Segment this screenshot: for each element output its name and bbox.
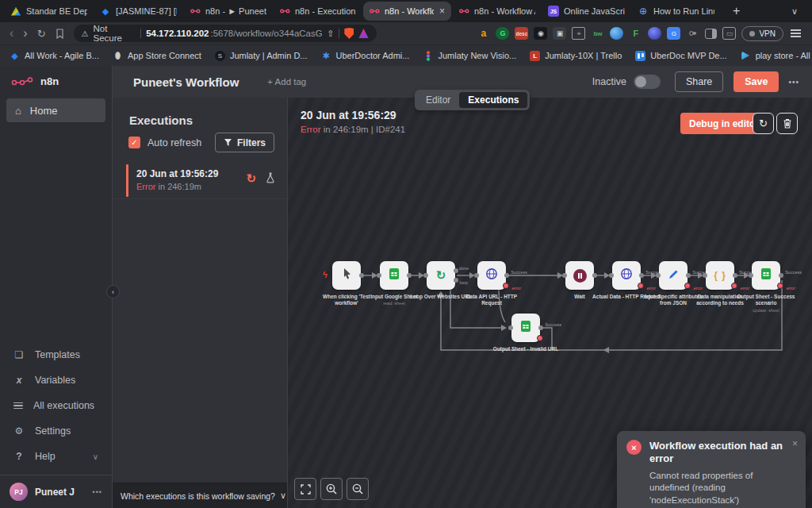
n8n-sidebar: n8n ⌂ Home ❏Templates xVariables All exe… xyxy=(0,66,113,508)
error-dot xyxy=(537,335,543,341)
browser-navbar: ‹ › ↻ ⚠ Not Secure 54.172.110.202:5678/w… xyxy=(0,22,812,44)
bookmark-item[interactable]: LJumlaty-10X | Trello xyxy=(530,51,622,61)
trello-icon xyxy=(635,51,645,61)
sidebar-item-all-executions[interactable]: All executions xyxy=(6,394,105,418)
extensions-puzzle-icon[interactable]: ⚩ xyxy=(686,27,699,40)
toast-title: Workflow execution had an error xyxy=(649,440,795,466)
translate-ext-icon[interactable]: G xyxy=(667,27,680,40)
auto-refresh-checkbox[interactable]: ✓ xyxy=(128,137,140,148)
sidebar-item-variables[interactable]: xVariables xyxy=(6,368,105,392)
active-toggle[interactable] xyxy=(634,75,661,89)
survey-prompt[interactable]: Which executions is this workflow saving… xyxy=(113,483,287,508)
toast-message: Cannot read properties of undefined (rea… xyxy=(649,470,795,507)
share-button[interactable]: Share xyxy=(675,71,723,92)
s-circle-icon: S xyxy=(215,51,225,61)
save-button[interactable]: Save xyxy=(733,71,779,92)
drive-icon xyxy=(10,6,21,17)
sidebar-item-settings[interactable]: ⚙Settings xyxy=(6,419,105,443)
camera-ext-icon[interactable]: ▣ xyxy=(553,27,566,40)
error-dot xyxy=(777,283,783,289)
bookmark-item[interactable]: UberDoc MVP De... xyxy=(635,51,726,61)
sidebar-toggle-icon[interactable] xyxy=(705,29,717,39)
bookmark-item[interactable]: Jumlaty New Visio... xyxy=(423,51,516,61)
filters-button[interactable]: Filters xyxy=(215,133,274,152)
browser-menu-icon[interactable] xyxy=(789,28,802,39)
new-tab-button[interactable]: + xyxy=(722,4,751,18)
bookmark-item[interactable]: ✱UberDoctor Admi... xyxy=(321,51,410,61)
retry-execution-icon[interactable]: ↻ xyxy=(246,171,256,186)
sidebar-item-home[interactable]: ⌂ Home xyxy=(6,98,105,122)
toast-close-icon[interactable]: × xyxy=(792,438,798,449)
pause-icon xyxy=(573,269,587,283)
bookmark-item[interactable]: ◆All Work - Agile B... xyxy=(10,51,99,61)
bookmark-item[interactable]: ⬮App Store Connect xyxy=(113,51,201,61)
bookmark-item[interactable]: SJumlaty | Admin D... xyxy=(215,51,308,61)
screen-capture-ext-icon[interactable]: ⌖ xyxy=(572,27,585,40)
workflow-title[interactable]: Puneet's Workflow xyxy=(133,75,239,89)
back-button[interactable]: ‹ xyxy=(10,26,13,40)
tab-n8n-2[interactable]: n8n - Executions xyxy=(274,2,362,21)
bw-ext-icon[interactable]: bw xyxy=(591,27,604,40)
workflow-node-trigger[interactable]: ϟ When clicking 'Test workflow' xyxy=(332,261,361,307)
execution-list-item[interactable]: 20 Jun at 19:56:29 Error in 246:19m ↻ xyxy=(113,163,287,199)
tab-n8n-active[interactable]: n8n - Workflow /× xyxy=(363,2,451,21)
bookmark-item[interactable]: play store - All apps xyxy=(741,51,812,61)
close-icon[interactable]: × xyxy=(439,6,446,17)
trello-red-icon: L xyxy=(530,51,540,61)
tab-n8n-1[interactable]: n8n - ► Puneet's Wo xyxy=(184,2,272,21)
amazon-ext-icon[interactable]: a xyxy=(477,27,490,40)
tab-n8n-3[interactable]: n8n - Workflow Auto xyxy=(453,2,541,21)
forward-button[interactable]: › xyxy=(23,26,27,40)
bookmarks-bar: ◆All Work - Agile B... ⬮App Store Connec… xyxy=(0,44,812,66)
workflow-options-icon[interactable]: ••• xyxy=(788,78,799,87)
executions-panel: Executions ✓ Auto refresh Filters 20 Jun… xyxy=(113,98,288,508)
tab-drive[interactable]: Standar BE Deploym xyxy=(5,2,93,21)
workflow-canvas[interactable]: Editor Executions 20 Jun at 19:56:29 Err… xyxy=(288,98,812,508)
brave-shield-icon[interactable] xyxy=(344,28,354,39)
vpn-button[interactable]: VPN xyxy=(741,26,783,41)
variables-icon: x xyxy=(13,375,25,386)
security-label[interactable]: Not Secure xyxy=(94,24,136,43)
tab-jira[interactable]: ◆[JASMINE-87] [BE] - xyxy=(94,2,182,21)
google-sheets-icon xyxy=(389,267,400,283)
workflow-node-output-invalid[interactable]: Success Output Sheet - Invalid URL xyxy=(511,314,540,352)
workflow-node-data-api[interactable]: Success error Data API URL - HTTP Reques… xyxy=(477,261,506,307)
n8n-logo[interactable]: n8n xyxy=(6,75,105,98)
workflow-node-fetch-attrs[interactable]: Success error fetch Specific attributes … xyxy=(659,261,688,307)
workflow-node-wait[interactable]: Wait xyxy=(565,261,594,300)
orbit-ext-icon[interactable] xyxy=(648,27,661,40)
address-bar[interactable]: ⚠ Not Secure 54.172.110.202:5678/workflo… xyxy=(74,25,377,42)
debug-flask-icon[interactable] xyxy=(266,172,275,187)
n8n-icon xyxy=(279,6,290,17)
tab-js-playground[interactable]: JSOnline JavaScript Co xyxy=(542,2,630,21)
user-menu[interactable]: PJ Puneet J ••• xyxy=(0,475,112,503)
user-options-icon[interactable]: ••• xyxy=(93,488,102,496)
sidebar-item-templates[interactable]: ❏Templates xyxy=(6,343,105,367)
loop-icon: ↻ xyxy=(436,268,446,283)
gear-icon: ✱ xyxy=(321,51,331,61)
workflow-node-input-sheet[interactable]: Input Google Sheet read: sheet xyxy=(380,261,408,306)
auto-refresh-control[interactable]: ✓ Auto refresh xyxy=(128,137,201,148)
tab-executions[interactable]: Executions xyxy=(459,92,527,108)
share-page-icon[interactable]: ⇧ xyxy=(327,29,334,39)
avatar: PJ xyxy=(10,483,28,501)
brave-rewards-icon[interactable] xyxy=(358,29,368,38)
f-ext-icon[interactable]: F xyxy=(629,27,642,40)
loom-ext-icon[interactable]: ◉ xyxy=(534,27,547,40)
tab-panel-icon[interactable]: ▭ xyxy=(722,27,736,40)
workflow-node-output-success[interactable]: Success error Output Sheet - Success sce… xyxy=(752,261,780,313)
descript-ext-icon[interactable]: desc xyxy=(515,27,528,40)
grammarly-ext-icon[interactable]: G xyxy=(496,27,509,40)
collapse-panel-button[interactable]: ‹ xyxy=(106,285,120,298)
workflow-node-data-manipulation[interactable]: { } Success error Data manipulation acco… xyxy=(706,261,734,307)
add-tag-button[interactable]: + Add tag xyxy=(267,77,306,87)
tab-editor[interactable]: Editor xyxy=(417,92,459,108)
edge-ext-icon[interactable] xyxy=(610,27,623,40)
sidebar-item-help[interactable]: ?Help∨ xyxy=(6,444,105,468)
reload-button[interactable]: ↻ xyxy=(37,28,46,40)
workflow-node-actual-data[interactable]: Success error Actual Data - HTTP Request xyxy=(612,261,641,300)
workflow-node-loop[interactable]: ↻ done loop Loop Over Websites URL xyxy=(427,261,455,300)
tab-linux-article[interactable]: ⊕How to Run Linux Co xyxy=(632,2,720,21)
tab-search-chevron-icon[interactable]: ∨ xyxy=(777,6,812,17)
reading-list-icon[interactable] xyxy=(56,29,64,39)
